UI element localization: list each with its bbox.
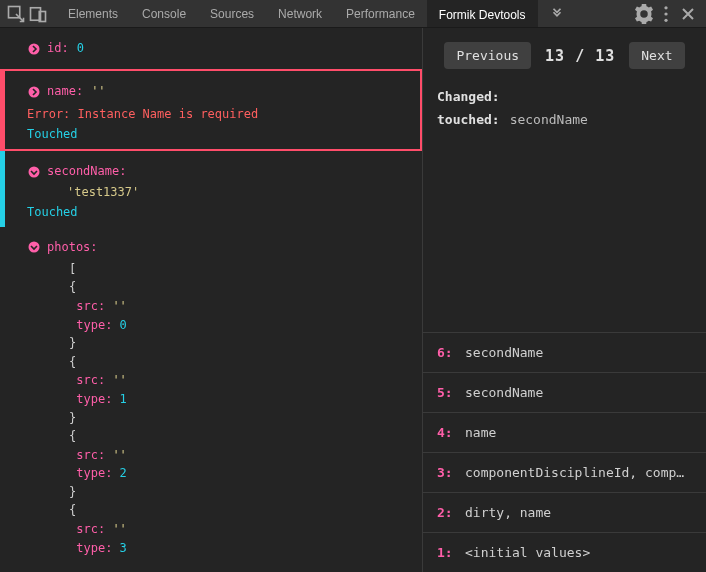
- history-pane: Previous 13 / 13 Next Changed: touched: …: [422, 28, 706, 572]
- previous-button[interactable]: Previous: [444, 42, 531, 69]
- tab-elements[interactable]: Elements: [56, 0, 130, 27]
- tab-strip: Elements Console Sources Network Perform…: [56, 0, 576, 27]
- svg-point-3: [664, 6, 667, 9]
- history-item[interactable]: 5: secondName: [423, 373, 706, 413]
- field-name[interactable]: name: '' Error: Instance Name is require…: [0, 69, 422, 151]
- gear-icon[interactable]: [634, 4, 654, 24]
- field-value: '': [91, 82, 105, 101]
- changed-section: Changed: touched: secondName: [423, 83, 706, 133]
- field-touched: Touched: [27, 127, 410, 141]
- step-nav: Previous 13 / 13 Next: [423, 28, 706, 83]
- history-item[interactable]: 1: <initial values>: [423, 533, 706, 572]
- history-item[interactable]: 4: name: [423, 413, 706, 453]
- devtools-tabbar: Elements Console Sources Network Perform…: [0, 0, 706, 28]
- field-secondname[interactable]: secondName: 'test1337' Touched: [0, 151, 422, 226]
- history-item[interactable]: 6: secondName: [423, 333, 706, 373]
- tab-sources[interactable]: Sources: [198, 0, 266, 27]
- history-item[interactable]: 3: componentDisciplineId, comp…: [423, 453, 706, 493]
- step-counter: 13 / 13: [545, 47, 615, 65]
- field-key: secondName:: [47, 162, 126, 181]
- field-photos[interactable]: photos: [ { src: '' type: 0 } { src: '' …: [0, 227, 422, 566]
- kebab-icon[interactable]: [656, 4, 676, 24]
- field-tree-pane: id: 0 name: '' Error: Instance Name is r…: [0, 28, 422, 572]
- field-value: 'test1337': [67, 185, 139, 199]
- next-button[interactable]: Next: [629, 42, 684, 69]
- svg-point-6: [29, 43, 40, 54]
- tab-performance[interactable]: Performance: [334, 0, 427, 27]
- field-touched: Touched: [27, 205, 412, 219]
- changed-title: Changed:: [437, 89, 692, 104]
- field-key: name:: [47, 82, 83, 101]
- svg-point-4: [664, 12, 667, 15]
- field-key: photos:: [47, 238, 98, 257]
- tab-network[interactable]: Network: [266, 0, 334, 27]
- svg-point-5: [664, 18, 667, 21]
- tab-formik-devtools[interactable]: Formik Devtools: [427, 0, 538, 27]
- chevron-down-icon[interactable]: [27, 165, 41, 179]
- photos-array: [ { src: '' type: 0 } { src: '' type: 1 …: [69, 260, 412, 558]
- chevron-down-icon[interactable]: [27, 240, 41, 254]
- field-error: Error: Instance Name is required: [27, 107, 410, 121]
- device-toggle-icon[interactable]: [28, 4, 48, 24]
- chevron-right-icon[interactable]: [27, 42, 41, 56]
- changed-value: secondName: [510, 112, 588, 127]
- history-list: 6: secondName 5: secondName 4: name 3: c…: [423, 332, 706, 572]
- history-item[interactable]: 2: dirty, name: [423, 493, 706, 533]
- field-id[interactable]: id: 0: [0, 28, 422, 69]
- field-value: 0: [77, 39, 84, 58]
- tab-console[interactable]: Console: [130, 0, 198, 27]
- tab-overflow[interactable]: [538, 0, 576, 27]
- svg-point-7: [29, 86, 40, 97]
- field-key: id:: [47, 39, 69, 58]
- svg-point-9: [29, 242, 40, 253]
- chevron-right-icon[interactable]: [27, 85, 41, 99]
- changed-label: touched:: [437, 112, 500, 127]
- svg-point-8: [29, 166, 40, 177]
- close-icon[interactable]: [678, 4, 698, 24]
- inspect-icon[interactable]: [6, 4, 26, 24]
